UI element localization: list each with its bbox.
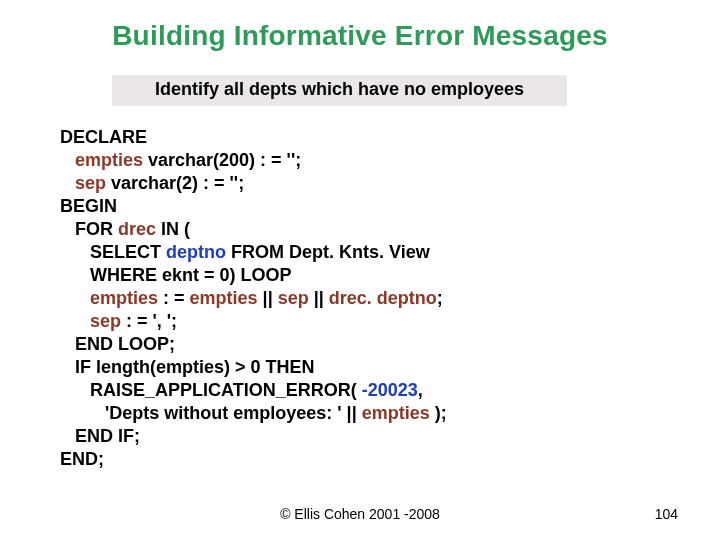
subtitle-box: Identify all depts which have no employe… [112,75,567,106]
code-var-empties-rhs: empties [190,288,258,308]
code-var-drec-deptno: drec. deptno [329,288,437,308]
code-var-empties-lhs: empties [60,288,158,308]
code-line-1: DECLARE [60,127,147,147]
code-line-8d: || [258,288,278,308]
code-line-9b: : = ', '; [121,311,177,331]
code-line-8b: : = [158,288,190,308]
page-number: 104 [655,506,678,522]
code-var-empties-arg: empties [362,403,430,423]
slide: Building Informative Error Messages Iden… [0,0,720,540]
code-line-5c: IN ( [156,219,190,239]
code-line-3-rest: varchar(2) : = ''; [106,173,244,193]
code-col-deptno: deptno [166,242,226,262]
code-errcode: -20023 [362,380,418,400]
code-line-5a: FOR [60,219,118,239]
code-line-6c: FROM Dept. Knts. View [226,242,430,262]
subtitle-text: Identify all depts which have no employe… [155,79,524,99]
code-line-13c: ); [430,403,447,423]
code-var-sep-lhs: sep [60,311,121,331]
code-var-sep-decl: sep [60,173,106,193]
code-line-7: WHERE eknt = 0) LOOP [60,265,292,285]
footer-copyright: © Ellis Cohen 2001 -2008 [0,506,720,522]
code-line-12c: , [418,380,423,400]
code-line-15: END; [60,449,104,469]
code-line-14: END IF; [60,426,140,446]
code-line-8f: || [309,288,329,308]
code-line-11: IF length(empties) > 0 THEN [60,357,315,377]
code-var-empties-decl: empties [60,150,143,170]
code-line-4: BEGIN [60,196,117,216]
code-var-sep-rhs: sep [278,288,309,308]
code-var-drec: drec [118,219,156,239]
code-line-6a: SELECT [60,242,166,262]
slide-title: Building Informative Error Messages [0,20,720,52]
code-line-10: END LOOP; [60,334,175,354]
code-line-2-rest: varchar(200) : = ''; [143,150,301,170]
code-line-8h: ; [437,288,443,308]
code-block: DECLARE empties varchar(200) : = ''; sep… [60,126,670,471]
code-line-13a: 'Depts without employees: ' || [60,403,362,423]
code-line-12a: RAISE_APPLICATION_ERROR( [60,380,362,400]
